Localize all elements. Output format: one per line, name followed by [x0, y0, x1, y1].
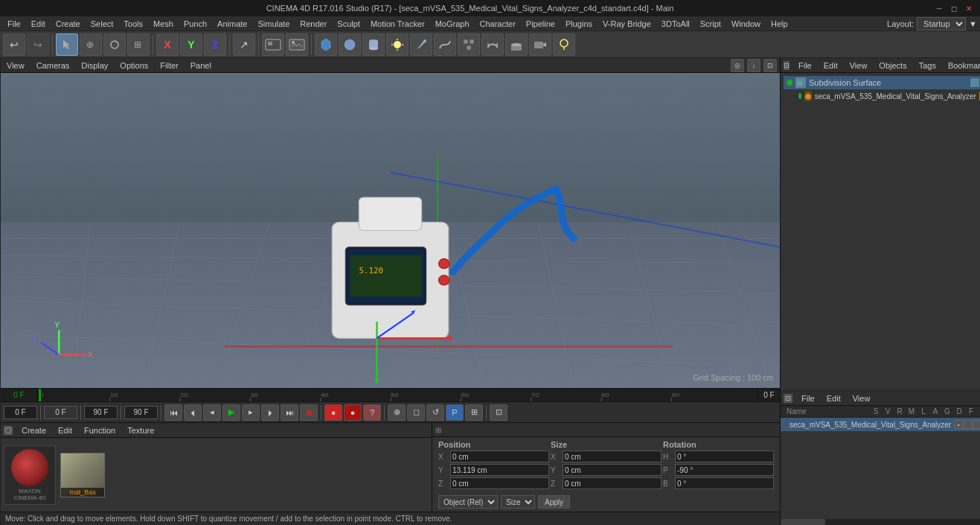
- material-thumbnail[interactable]: mat_Bas: [60, 453, 105, 497]
- p-btn[interactable]: P: [446, 404, 464, 421]
- menu-edit[interactable]: Edit: [27, 18, 50, 30]
- goto-end-button[interactable]: ⏭: [281, 404, 298, 421]
- menu-plugins[interactable]: Plugins: [561, 18, 597, 30]
- menu-character[interactable]: Character: [475, 18, 520, 30]
- om2-icon-v[interactable]: [964, 420, 973, 429]
- rot-p-input[interactable]: [675, 464, 774, 476]
- prev-frame-button[interactable]: ⏴: [184, 404, 202, 421]
- cube-button[interactable]: [315, 34, 337, 56]
- undo-button[interactable]: ↩: [3, 34, 25, 56]
- spline-button[interactable]: [434, 34, 456, 56]
- om-menu-bookmarks[interactable]: Bookmarks: [945, 60, 980, 71]
- om2-menu-file[interactable]: File: [798, 393, 818, 404]
- menu-render[interactable]: Render: [295, 18, 331, 30]
- menu-help[interactable]: Help: [766, 18, 792, 30]
- z-axis-button[interactable]: Z: [204, 34, 226, 56]
- menu-motion-tracker[interactable]: Motion Tracker: [366, 18, 429, 30]
- om-menu-view[interactable]: View: [847, 60, 871, 71]
- menu-sculpt[interactable]: Sculpt: [333, 18, 365, 30]
- om-menu-edit[interactable]: Edit: [821, 60, 841, 71]
- menu-tools[interactable]: Tools: [119, 18, 147, 30]
- viewport-menu-panel[interactable]: Panel: [188, 60, 214, 71]
- mat-menu-create[interactable]: Create: [19, 425, 49, 436]
- keyframe-stop-btn[interactable]: ●: [324, 404, 342, 421]
- scale-tool-button[interactable]: ⊞: [127, 34, 150, 56]
- menu-mograph[interactable]: MoGraph: [431, 18, 474, 30]
- solo-btn[interactable]: ◻: [407, 404, 425, 421]
- size-x-input[interactable]: [563, 451, 662, 462]
- mat-menu-texture[interactable]: Texture: [124, 425, 157, 436]
- om2-row-object[interactable]: seca_mVSA_535_Medical_Vital_Signs_Analyz…: [781, 418, 980, 431]
- lamp-button[interactable]: [553, 34, 575, 56]
- om2-icon-s[interactable]: •: [954, 420, 963, 429]
- coords-object-dropdown[interactable]: Object (Rel): [438, 495, 498, 509]
- frame-start-input[interactable]: [4, 406, 37, 419]
- menu-file[interactable]: File: [3, 18, 25, 30]
- om-menu-objects[interactable]: Objects: [876, 60, 909, 71]
- menu-vray[interactable]: V-Ray Bridge: [598, 18, 656, 30]
- close-button[interactable]: ✕: [964, 3, 974, 13]
- size-y-input[interactable]: [563, 464, 662, 476]
- keyframe-help-btn[interactable]: ?: [363, 404, 381, 421]
- om-menu-tags[interactable]: Tags: [916, 60, 939, 71]
- keyframe-record-btn[interactable]: ●: [344, 404, 362, 421]
- rotate-tool-button[interactable]: [103, 34, 126, 56]
- viewport-icon-1[interactable]: ◎: [731, 59, 744, 72]
- viewport-3d[interactable]: Perspective: [1, 73, 780, 388]
- render-picture-viewer[interactable]: [286, 34, 308, 56]
- timeline-bar[interactable]: 0 10 20 30 40 50 60 70: [38, 389, 758, 401]
- frame-current-input[interactable]: [44, 406, 77, 419]
- pos-x-input[interactable]: [450, 451, 549, 462]
- om-row-subdivision[interactable]: ⊡ Subdivision Surface ✓: [784, 76, 980, 89]
- scrollbar-thumb[interactable]: [781, 519, 825, 525]
- minimize-button[interactable]: ─: [934, 3, 944, 13]
- om2-icon-r[interactable]: [973, 420, 980, 429]
- layout-arrow[interactable]: ▼: [969, 19, 977, 28]
- snap-btn[interactable]: ⊕: [388, 404, 406, 421]
- pos-y-input[interactable]: [450, 464, 549, 476]
- deform-button[interactable]: [481, 34, 504, 56]
- goto-start-button[interactable]: ⏮: [164, 404, 182, 421]
- next-key-button[interactable]: ▸: [242, 404, 260, 421]
- menu-punch[interactable]: Punch: [179, 18, 211, 30]
- timeline-playhead[interactable]: [39, 389, 41, 401]
- viewport-icon-fullscreen[interactable]: ⊡: [763, 59, 777, 72]
- frame-end2-input[interactable]: [124, 406, 158, 419]
- light-button[interactable]: [386, 34, 409, 56]
- select-tool-button[interactable]: [56, 34, 78, 56]
- viewport-menu-filter[interactable]: Filter: [157, 60, 181, 71]
- viewport-icon-2[interactable]: ↓: [747, 59, 760, 72]
- om-menu-file[interactable]: File: [795, 60, 815, 71]
- menu-create[interactable]: Create: [51, 18, 85, 30]
- next-frame-button[interactable]: ⏵: [261, 404, 279, 421]
- bottom-scrollbar[interactable]: [781, 519, 980, 525]
- x-axis-button[interactable]: X: [156, 34, 179, 56]
- mat-menu-edit[interactable]: Edit: [55, 425, 75, 436]
- scene-button[interactable]: [505, 34, 528, 56]
- render-region-button[interactable]: [262, 34, 284, 56]
- expand-timeline-btn[interactable]: ⊡: [490, 404, 507, 421]
- record-button[interactable]: ⏺: [300, 404, 318, 421]
- menu-3dtoall[interactable]: 3DToAll: [657, 18, 694, 30]
- grid-snap-btn[interactable]: ⊞: [465, 404, 483, 421]
- redo-button[interactable]: ↪: [27, 34, 49, 56]
- viewport-menu-view[interactable]: View: [4, 60, 28, 71]
- menu-window[interactable]: Window: [727, 18, 765, 30]
- maximize-button[interactable]: ◻: [949, 3, 959, 13]
- rot-b-input[interactable]: [675, 477, 774, 489]
- viewport-menu-options[interactable]: Options: [117, 60, 151, 71]
- rotate-btn[interactable]: ↺: [426, 404, 444, 421]
- menu-animate[interactable]: Animate: [213, 18, 252, 30]
- menu-select[interactable]: Select: [86, 18, 118, 30]
- coords-apply-button[interactable]: Apply: [538, 495, 570, 509]
- pos-z-input[interactable]: [450, 477, 549, 489]
- y-axis-button[interactable]: Y: [180, 34, 202, 56]
- prev-key-button[interactable]: ◂: [203, 404, 221, 421]
- menu-simulate[interactable]: Simulate: [253, 18, 294, 30]
- om-row-object[interactable]: seca_mVSA_535_Medical_Vital_Signs_Analyz…: [784, 89, 980, 103]
- menu-script[interactable]: Script: [696, 18, 726, 30]
- viewport-menu-display[interactable]: Display: [78, 60, 111, 71]
- rot-h-input[interactable]: [675, 451, 774, 462]
- viewport-menu-cameras[interactable]: Cameras: [33, 60, 73, 71]
- menu-mesh[interactable]: Mesh: [149, 18, 178, 30]
